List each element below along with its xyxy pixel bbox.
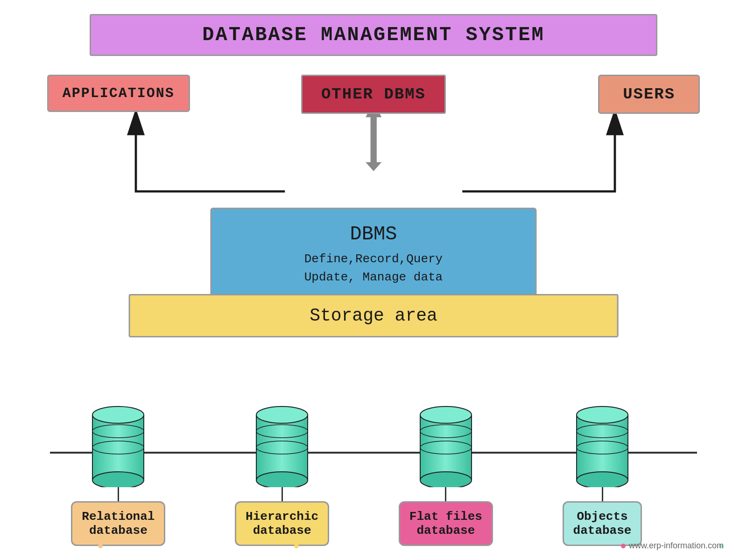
cylinder-flatfiles [416, 403, 476, 487]
middle-section: APPLICATIONS OTHER DBMS USERS DBMS Defin… [47, 75, 700, 380]
dbms-box: DBMS Define,Record,Query Update, Manage … [210, 208, 536, 302]
dbms-title: DBMS [249, 223, 498, 245]
db-item-relational: Relational database [71, 403, 165, 546]
title-text: DATABASE MANAGEMENT SYSTEM [202, 24, 544, 46]
db-label-objects: Objects database [563, 501, 642, 546]
storage-label: Storage area [310, 306, 437, 326]
diagram-container: DATABASE MANAGEMENT SYSTEM [0, 0, 747, 560]
storage-box: Storage area [129, 294, 619, 337]
db-item-flatfiles: Flat files database [399, 403, 493, 546]
svg-point-35 [577, 406, 628, 423]
db-item-objects: Objects database [563, 403, 642, 546]
db-item-hierarchic: Hierarchic database [235, 403, 329, 546]
applications-box: APPLICATIONS [47, 75, 190, 112]
cylinder-relational [88, 403, 148, 487]
dot-3 [621, 544, 626, 548]
dot-1 [98, 544, 103, 548]
watermark: www.erp-information.com [629, 541, 724, 551]
db-line-flatfiles [445, 487, 446, 501]
db-line-hierarchic [282, 487, 283, 501]
db-label-flatfiles: Flat files database [399, 501, 493, 546]
svg-point-21 [256, 406, 308, 423]
db-line-objects [602, 487, 603, 501]
svg-point-28 [420, 406, 472, 423]
svg-point-20 [256, 472, 308, 487]
databases-row: Relational database [36, 403, 677, 546]
db-line-relational [118, 487, 119, 501]
svg-marker-8 [366, 162, 381, 171]
dot-2 [294, 544, 299, 548]
other-dbms-label: OTHER DBMS [321, 85, 426, 103]
svg-point-27 [420, 472, 472, 487]
other-dbms-box: OTHER DBMS [301, 75, 446, 114]
svg-point-34 [577, 472, 628, 487]
users-label: USERS [623, 85, 675, 103]
db-label-relational: Relational database [71, 501, 165, 546]
applications-label: APPLICATIONS [63, 85, 175, 101]
cylinder-hierarchic [252, 403, 312, 487]
svg-point-13 [92, 472, 144, 487]
svg-point-14 [92, 406, 144, 423]
title-bar: DATABASE MANAGEMENT SYSTEM [90, 14, 657, 56]
cylinder-objects [572, 403, 633, 487]
dbms-subtitle: Define,Record,Query Update, Manage data [249, 250, 498, 287]
db-label-hierarchic: Hierarchic database [235, 501, 329, 546]
users-box: USERS [598, 75, 700, 114]
